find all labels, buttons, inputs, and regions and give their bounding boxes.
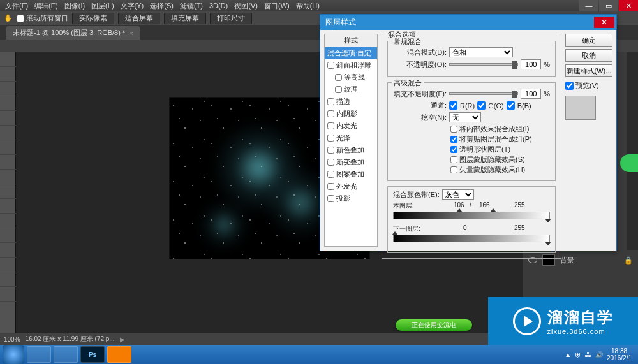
style-drop-shadow[interactable]: 投影 [325,193,377,205]
pct-label: % [544,61,550,68]
style-inner-shadow[interactable]: 内阴影 [325,108,377,120]
adv-chk-2[interactable] [450,146,457,153]
close-button[interactable]: ✕ [619,0,638,11]
style-color-overlay[interactable]: 颜色叠加 [325,144,377,156]
blend-options-group: 混合选项 常规混合 混合模式(D): 色相 不透明度(O): % [382,34,561,259]
adv-chk-0[interactable] [450,126,457,133]
this-layer-gradient[interactable] [393,212,550,219]
document-tab[interactable]: 未标题-1 @ 100% (图层 3, RGB/8) * × [6,26,140,40]
channels-label: 通道: [393,101,447,110]
taskbar-explorer[interactable] [27,346,51,363]
tab-title: 未标题-1 @ 100% (图层 3, RGB/8) * [13,28,125,38]
styles-list: 样式 混合选项:自定 斜面和浮雕 等高线 纹理 描边 内阴影 内发光 光泽 颜色… [324,34,378,247]
adv-chk-4[interactable] [450,166,457,173]
general-blend-group: 常规混合 混合模式(D): 色相 不透明度(O): % [387,41,556,77]
scroll-all-checkbox[interactable] [17,15,24,22]
ok-button[interactable]: 确定 [565,34,612,47]
options-area: 混合选项 常规混合 混合模式(D): 色相 不透明度(O): % [382,34,561,247]
layer-style-dialog: 图层样式 ✕ 样式 混合选项:自定 斜面和浮雕 等高线 纹理 描边 内阴影 内发… [320,14,617,251]
status-arrow-icon[interactable]: ▶ [120,336,125,343]
under-layer-gradient[interactable] [393,235,550,242]
maximize-button[interactable]: ▭ [599,0,618,11]
blend-mode-select[interactable]: 色相 [449,47,513,57]
menu-select[interactable]: 选择(S) [150,1,174,11]
blend-if-group: 混合颜色带(E): 灰色 本图层: 106 / 166 255 [387,186,556,253]
actual-pixels-button[interactable]: 实际像素 [72,13,114,24]
watermark-url: zixue.3d66.com [547,328,614,335]
fit-screen-button[interactable]: 适合屏幕 [118,13,160,24]
this-v1: 166 [479,201,490,208]
menu-filter[interactable]: 滤镜(T) [180,1,203,11]
style-gradient-overlay[interactable]: 渐变叠加 [325,156,377,168]
style-contour[interactable]: 等高线 [325,71,377,84]
new-style-button[interactable]: 新建样式(W)... [565,64,612,77]
under-v1: 255 [514,224,525,231]
under-v0: 0 [463,224,467,231]
blending-options-item[interactable]: 混合选项:自定 [325,47,377,59]
fill-screen-button[interactable]: 填充屏幕 [164,13,206,24]
blendif-label: 混合颜色带(E): [393,190,440,200]
taskbar-uc[interactable] [107,346,131,363]
ch-g[interactable] [477,101,486,110]
ch-b[interactable] [507,101,515,110]
menu-image[interactable]: 图像(I) [64,1,85,11]
blendif-select[interactable]: 灰色 [442,189,474,200]
cancel-button[interactable]: 取消 [565,49,612,62]
preview-label: 预览(V) [575,81,599,91]
opacity-slider[interactable] [449,63,518,66]
style-texture[interactable]: 纹理 [325,84,377,96]
print-size-button[interactable]: 打印尺寸 [210,13,252,24]
menu-help[interactable]: 帮助(H) [296,1,320,11]
this-slash: / [470,201,471,208]
lock-icon: 🔒 [624,256,633,265]
pct-label-2: % [544,90,550,98]
style-satin[interactable]: 光泽 [325,132,377,144]
style-stroke[interactable]: 描边 [325,96,377,108]
this-layer-label: 本图层: [393,201,414,210]
dialog-close-button[interactable]: ✕ [594,17,614,28]
preview-swatch [565,96,596,120]
window-controls: — ▭ ✕ [579,0,638,11]
right-collapsed-strip [627,52,638,250]
styles-header[interactable]: 样式 [325,34,377,47]
taskbar-ps[interactable]: Ps [80,346,105,363]
style-outer-glow[interactable]: 外发光 [325,180,377,193]
menu-layer[interactable]: 图层(L) [91,1,114,11]
knockout-select[interactable]: 无 [449,112,481,122]
minimize-button[interactable]: — [579,0,598,11]
menu-file[interactable]: 文件(F) [5,1,28,11]
start-button[interactable] [3,345,24,364]
tray-shield-icon[interactable]: ⛨ [575,351,581,358]
opacity-input[interactable] [521,59,541,69]
menu-3d[interactable]: 3D(D) [209,2,228,10]
fill-opacity-input[interactable] [521,89,541,99]
menu-window[interactable]: 窗口(W) [264,1,290,11]
tray-volume-icon[interactable]: 🔊 [595,351,603,358]
preview-checkbox[interactable] [565,82,574,90]
taskbar: Ps ▲ ⛨ 🖧 🔊 18:38 2016/2/1 [0,345,638,364]
menu-edit[interactable]: 编辑(E) [34,1,58,11]
expand-arrow-icon[interactable] [620,154,638,172]
dialog-titlebar[interactable]: 图层样式 ✕ [320,15,616,30]
style-bevel[interactable]: 斜面和浮雕 [325,59,377,71]
tray-up-icon[interactable]: ▲ [565,351,571,358]
style-inner-glow[interactable]: 内发光 [325,120,377,132]
style-pattern-overlay[interactable]: 图案叠加 [325,168,377,180]
taskbar-browser[interactable] [54,346,78,363]
opacity-label: 不透明度(O): [393,60,447,69]
adv-chk-1[interactable] [450,136,457,143]
watermark-title: 溜溜自学 [547,307,614,328]
adv-chk-3[interactable] [450,156,457,163]
tab-close-icon[interactable]: × [129,29,133,37]
tools-panel[interactable] [0,52,16,333]
tray-network-icon[interactable]: 🖧 [585,351,591,358]
doc-size: 16.02 厘米 x 11.99 厘米 (72 p... [26,335,115,344]
taskbar-clock[interactable]: 18:38 2016/2/1 [607,347,632,361]
layer-bg-label[interactable]: 背景 [560,256,574,265]
system-tray: ▲ ⛨ 🖧 🔊 18:38 2016/2/1 [565,347,635,361]
menu-view[interactable]: 视图(V) [234,1,258,11]
ch-r[interactable] [449,101,457,110]
zoom-level[interactable]: 100% [4,336,20,343]
menu-type[interactable]: 文字(Y) [121,1,144,11]
fill-opacity-slider[interactable] [449,92,518,95]
